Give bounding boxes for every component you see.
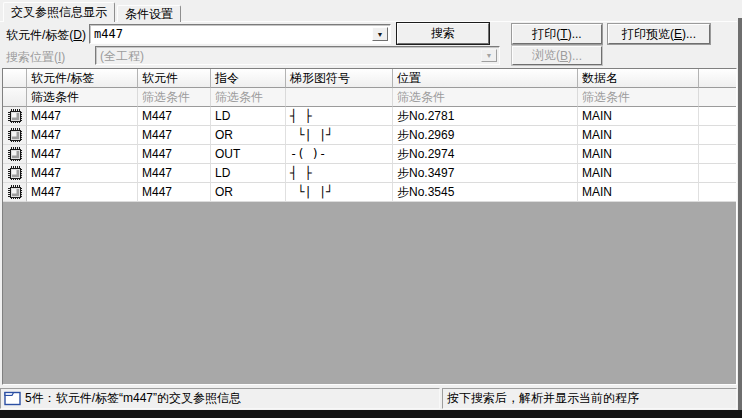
filter-spacer — [699, 88, 737, 107]
window-right-edge — [738, 18, 742, 411]
cell-ladder-symbol: ┤ ├ — [286, 164, 393, 183]
cell-spacer — [699, 164, 737, 183]
cell-device-label: M447 — [27, 126, 138, 145]
status-result-text: 5件：软元件/标签“m447”的交叉参照信息 — [25, 390, 241, 407]
cell-position: 步No.2974 — [393, 145, 578, 164]
cell-position: 步No.3545 — [393, 183, 578, 202]
search-button[interactable]: 搜索 — [397, 23, 489, 44]
device-combo-dropdown-icon[interactable]: ▼ — [372, 27, 388, 41]
tab-condition-settings[interactable]: 条件设置 — [117, 5, 181, 22]
search-location-dropdown-icon: ▼ — [481, 49, 497, 62]
filter-corner — [3, 88, 27, 107]
cell-instruction: OR — [211, 126, 286, 145]
cell-instruction: LD — [211, 107, 286, 126]
cell-device: M447 — [138, 107, 211, 126]
table-header-row: 软元件/标签 软元件 指令 梯形图符号 位置 数据名 — [3, 69, 737, 88]
table-row[interactable]: M447 M447 LD ┤ ├ 步No.3497 MAIN — [3, 164, 737, 183]
cell-instruction: LD — [211, 164, 286, 183]
status-hint-text: 按下搜索后，解析并显示当前的程序 — [447, 390, 639, 407]
cell-device: M447 — [138, 164, 211, 183]
tab-bar: 交叉参照信息显示 条件设置 — [3, 2, 183, 22]
header-data-name[interactable]: 数据名 — [578, 69, 699, 88]
cross-reference-panel: 交叉参照信息显示 条件设置 软元件/标签(D) ▼ 搜索 打印(T)... 打印… — [0, 0, 742, 418]
cell-device-label: M447 — [27, 145, 138, 164]
tab-cross-reference-display[interactable]: 交叉参照信息显示 — [3, 2, 115, 22]
header-corner — [3, 69, 27, 88]
cell-data-name: MAIN — [578, 126, 699, 145]
filter-instruction[interactable]: 筛选条件 — [211, 88, 286, 107]
browse-button[interactable]: 浏览(B)... — [512, 46, 602, 65]
header-position[interactable]: 位置 — [393, 69, 578, 88]
cell-ladder-symbol: -( )- — [286, 145, 393, 164]
header-ladder-symbol[interactable]: 梯形图符号 — [286, 69, 393, 88]
cell-spacer — [699, 126, 737, 145]
cell-position: 步No.2969 — [393, 126, 578, 145]
cell-data-name: MAIN — [578, 183, 699, 202]
cell-spacer — [699, 145, 737, 164]
cell-data-name: MAIN — [578, 164, 699, 183]
header-device[interactable]: 软元件 — [138, 69, 211, 88]
table-row[interactable]: M447 M447 OR └| |┘ 步No.2969 MAIN — [3, 126, 737, 145]
status-hint-pane: 按下搜索后，解析并显示当前的程序 — [442, 388, 737, 409]
cell-device-label: M447 — [27, 183, 138, 202]
search-location-combo[interactable]: (全工程) ▼ — [95, 46, 500, 65]
cell-position: 步No.3497 — [393, 164, 578, 183]
cell-device-label: M447 — [27, 107, 138, 126]
search-location-caption: 搜索位置(I) — [6, 49, 65, 65]
status-bar: 5件：软元件/标签“m447”的交叉参照信息 按下搜索后，解析并显示当前的程序 — [0, 388, 737, 409]
folder-icon — [4, 391, 21, 406]
filter-device[interactable]: 筛选条件 — [138, 88, 211, 107]
filter-device-label[interactable]: 筛选条件 — [27, 88, 138, 107]
filter-row: 筛选条件 筛选条件 筛选条件 筛选条件 筛选条件 — [3, 88, 737, 107]
cell-ladder-symbol: ┤ ├ — [286, 107, 393, 126]
table-row[interactable]: M447 M447 OUT -( )- 步No.2974 MAIN — [3, 145, 737, 164]
filter-position[interactable]: 筛选条件 — [393, 88, 578, 107]
device-combo: ▼ — [89, 24, 391, 44]
device-chip-icon — [3, 107, 27, 126]
table-row[interactable]: M447 M447 OR └| |┘ 步No.3545 MAIN — [3, 183, 737, 202]
cross-reference-table: 软元件/标签 软元件 指令 梯形图符号 位置 数据名 筛选条件 筛选条件 筛选条… — [2, 68, 737, 385]
search-location-value: (全工程) — [100, 49, 144, 63]
status-result-pane: 5件：软元件/标签“m447”的交叉参照信息 — [0, 388, 440, 409]
filter-ladder-symbol[interactable] — [286, 88, 393, 107]
cell-instruction: OR — [211, 183, 286, 202]
filter-data-name[interactable]: 筛选条件 — [578, 88, 699, 107]
cell-ladder-symbol: └| |┘ — [286, 183, 393, 202]
cell-instruction: OUT — [211, 145, 286, 164]
table-row[interactable]: M447 M447 LD ┤ ├ 步No.2781 MAIN — [3, 107, 737, 126]
cell-ladder-symbol: └| |┘ — [286, 126, 393, 145]
cell-data-name: MAIN — [578, 107, 699, 126]
cell-device-label: M447 — [27, 164, 138, 183]
cell-device: M447 — [138, 126, 211, 145]
device-chip-icon — [3, 145, 27, 164]
device-input[interactable] — [92, 27, 370, 41]
header-spacer — [699, 69, 737, 88]
cell-spacer — [699, 107, 737, 126]
device-chip-icon — [3, 126, 27, 145]
cell-device: M447 — [138, 145, 211, 164]
device-label-caption: 软元件/标签(D) — [6, 27, 86, 43]
cell-data-name: MAIN — [578, 145, 699, 164]
device-chip-icon — [3, 164, 27, 183]
cell-device: M447 — [138, 183, 211, 202]
header-instruction[interactable]: 指令 — [211, 69, 286, 88]
print-preview-button[interactable]: 打印预览(E)... — [608, 24, 710, 44]
header-device-label[interactable]: 软元件/标签 — [27, 69, 138, 88]
cell-spacer — [699, 183, 737, 202]
device-chip-icon — [3, 183, 27, 202]
cell-position: 步No.2781 — [393, 107, 578, 126]
print-button[interactable]: 打印(T)... — [512, 24, 602, 44]
window-bottom-edge — [0, 410, 742, 418]
